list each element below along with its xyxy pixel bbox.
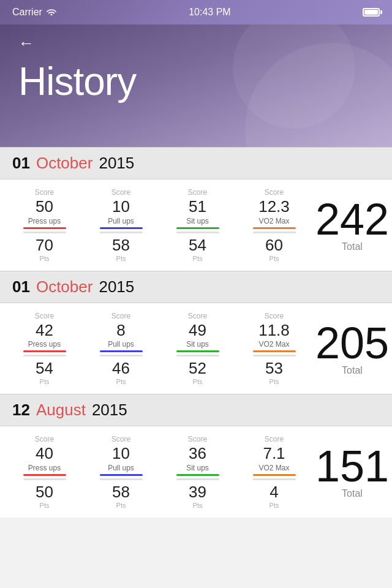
- stat-pts-label: Pts: [40, 378, 50, 385]
- stat-pts-label: Pts: [193, 502, 203, 509]
- stat-pts-label: Pts: [116, 378, 126, 385]
- total-label: Total: [342, 241, 363, 252]
- section-header-0: 01 October 2015: [0, 147, 392, 179]
- stat-type-label: Sit ups: [186, 340, 209, 349]
- stat-score-label: Score: [111, 312, 130, 320]
- stat-type-label: VO2 Max: [258, 340, 289, 349]
- total-label: Total: [342, 488, 363, 499]
- stat-bar: [253, 227, 296, 229]
- stat-pts-label: Pts: [193, 378, 203, 385]
- stat-col-2: Score 49 Sit ups 52 Pts: [159, 309, 236, 388]
- stat-bar-bg: [253, 478, 296, 480]
- stat-score-label: Score: [111, 435, 130, 443]
- stat-type-label: Sit ups: [186, 464, 209, 472]
- total-col: 151 Total: [318, 444, 392, 499]
- stat-score-value: 7.1: [263, 445, 285, 462]
- section-year: 2015: [92, 401, 127, 420]
- page-title: History: [18, 59, 374, 104]
- stat-bar-bg: [253, 355, 296, 356]
- stat-bar: [100, 350, 143, 352]
- stat-pts-label: Pts: [40, 502, 50, 509]
- stat-col-0: Score 40 Press ups 50 Pts: [6, 432, 83, 511]
- stat-score-label: Score: [265, 435, 284, 443]
- stat-bar-bg: [100, 355, 143, 356]
- stat-bar-bg: [176, 355, 219, 356]
- section-year: 2015: [99, 154, 134, 173]
- total-col: 242 Total: [318, 197, 392, 252]
- stat-bar: [100, 227, 143, 229]
- stat-pts-value: 53: [265, 359, 283, 378]
- stat-col-3: Score 7.1 VO2 Max 4 Pts: [236, 432, 312, 511]
- stat-pts-label: Pts: [193, 255, 203, 262]
- stat-pts-value: 46: [112, 359, 130, 378]
- stat-col-0: Score 50 Press ups 70 Pts: [6, 186, 83, 265]
- stat-bar-bg: [176, 478, 219, 480]
- stat-bar-bg: [100, 232, 143, 233]
- section-header-2: 12 August 2015: [0, 394, 392, 426]
- stat-pts-value: 58: [112, 236, 130, 255]
- stat-bar-bg: [23, 232, 66, 233]
- stat-pts-label: Pts: [40, 255, 50, 262]
- entry-card-2: Score 40 Press ups 50 Pts Score 10 Pull …: [0, 426, 392, 518]
- section-year: 2015: [99, 277, 134, 296]
- stat-score-value: 36: [189, 445, 206, 462]
- stat-score-label: Score: [35, 188, 54, 197]
- stat-type-label: Pull ups: [108, 340, 134, 349]
- section-month: August: [36, 401, 86, 420]
- stat-pts-label: Pts: [270, 378, 279, 385]
- stat-score-label: Score: [188, 188, 207, 197]
- stat-bar: [23, 227, 66, 229]
- stat-score-value: 49: [189, 322, 206, 339]
- carrier-label: Carrier: [12, 7, 42, 18]
- stat-score-label: Score: [188, 312, 207, 320]
- stat-score-label: Score: [188, 435, 207, 443]
- stat-pts-label: Pts: [270, 255, 279, 262]
- stat-bar: [176, 227, 219, 229]
- section-day: 01: [12, 277, 30, 296]
- stat-score-label: Score: [265, 188, 284, 197]
- stat-col-2: Score 36 Sit ups 39 Pts: [159, 432, 236, 511]
- stat-pts-value: 52: [189, 359, 206, 378]
- stat-col-1: Score 10 Pull ups 58 Pts: [83, 186, 159, 265]
- stat-type-label: VO2 Max: [258, 217, 289, 225]
- stat-bar-bg: [253, 232, 296, 233]
- stat-pts-label: Pts: [116, 255, 126, 262]
- stat-score-value: 11.8: [258, 322, 290, 339]
- stat-score-value: 10: [112, 198, 130, 216]
- stat-pts-value: 54: [36, 359, 53, 378]
- stat-bar: [176, 350, 219, 352]
- stat-type-label: Pull ups: [108, 464, 134, 472]
- stat-bar: [23, 474, 66, 476]
- stat-bar: [176, 474, 219, 476]
- entry-card-0: Score 50 Press ups 70 Pts Score 10 Pull …: [0, 179, 392, 271]
- total-number: 205: [315, 321, 389, 365]
- stat-score-value: 51: [189, 198, 206, 216]
- stat-bar-bg: [176, 232, 219, 233]
- stat-bar-bg: [23, 355, 66, 356]
- battery-icon: [363, 8, 380, 17]
- stat-type-label: Press ups: [28, 217, 61, 225]
- stat-pts-value: 4: [270, 483, 278, 502]
- stat-bar: [23, 350, 66, 352]
- wifi-icon: [46, 7, 57, 18]
- status-bar: Carrier 10:43 PM: [0, 0, 392, 24]
- stat-score-value: 10: [112, 445, 130, 462]
- stat-type-label: Press ups: [28, 340, 61, 349]
- stat-score-label: Score: [111, 188, 130, 197]
- stat-score-value: 42: [36, 322, 53, 339]
- stat-bar: [253, 350, 296, 352]
- total-label: Total: [342, 365, 363, 376]
- stat-score-value: 12.3: [258, 198, 290, 216]
- stat-col-3: Score 12.3 VO2 Max 60 Pts: [236, 186, 312, 265]
- stat-pts-value: 50: [36, 483, 53, 502]
- section-day: 01: [12, 154, 30, 173]
- total-number: 151: [315, 444, 389, 488]
- stat-pts-value: 39: [189, 483, 206, 502]
- back-button[interactable]: ←: [18, 34, 34, 53]
- stat-pts-value: 70: [36, 236, 53, 255]
- stat-col-1: Score 10 Pull ups 58 Pts: [83, 432, 159, 511]
- section-header-1: 01 October 2015: [0, 271, 392, 303]
- total-col: 205 Total: [318, 321, 392, 376]
- stat-col-2: Score 51 Sit ups 54 Pts: [159, 186, 236, 265]
- stat-pts-label: Pts: [116, 502, 126, 509]
